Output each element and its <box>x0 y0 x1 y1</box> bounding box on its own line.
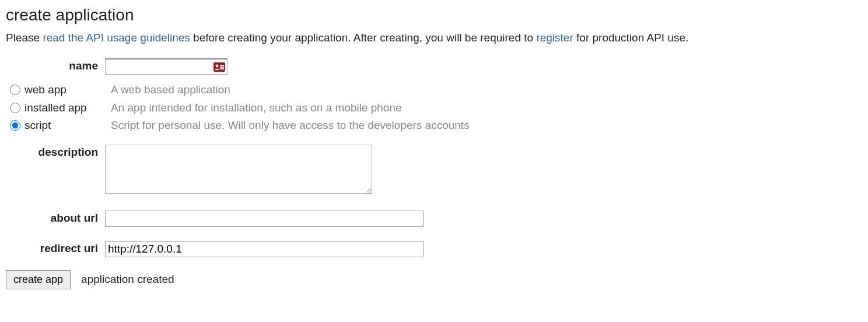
page-title: create application <box>6 6 862 24</box>
intro-prefix: Please <box>6 32 43 44</box>
svg-rect-4 <box>220 68 224 69</box>
about-url-label: about url <box>6 211 105 225</box>
description-label: description <box>6 145 105 159</box>
intro-middle: before creating your application. After … <box>190 32 537 44</box>
create-app-button[interactable]: create app <box>6 270 71 289</box>
about-url-input[interactable] <box>105 211 424 227</box>
app-type-label: script <box>24 117 111 134</box>
intro-suffix: for production API use. <box>573 32 689 44</box>
app-type-radio-script[interactable] <box>10 120 20 131</box>
app-type-radio-web-app[interactable] <box>10 85 20 95</box>
app-type-option-installed-app: installed app An app intended for instal… <box>6 100 862 117</box>
app-type-option-script: script Script for personal use. Will onl… <box>6 117 862 134</box>
id-card-icon <box>214 62 225 71</box>
app-type-group: web app A web based application installe… <box>6 82 862 134</box>
app-type-radio-installed-app[interactable] <box>10 103 20 113</box>
redirect-uri-input[interactable] <box>105 241 424 257</box>
redirect-uri-label: redirect uri <box>6 241 105 255</box>
description-textarea[interactable] <box>105 145 372 194</box>
api-guidelines-link[interactable]: read the API usage guidelines <box>43 32 190 44</box>
status-message: application created <box>81 273 174 286</box>
svg-point-1 <box>216 65 219 68</box>
svg-rect-3 <box>220 66 224 68</box>
app-type-label: installed app <box>24 100 111 117</box>
name-input[interactable] <box>105 58 228 75</box>
app-type-desc: A web based application <box>111 82 230 99</box>
name-label: name <box>6 58 105 72</box>
intro-text: Please read the API usage guidelines bef… <box>6 32 862 44</box>
app-type-desc: Script for personal use. Will only have … <box>111 117 470 134</box>
app-type-option-web-app: web app A web based application <box>6 82 862 99</box>
register-link[interactable]: register <box>536 32 573 44</box>
app-type-desc: An app intended for installation, such a… <box>111 100 402 117</box>
svg-rect-2 <box>220 65 224 66</box>
app-type-label: web app <box>24 82 111 99</box>
